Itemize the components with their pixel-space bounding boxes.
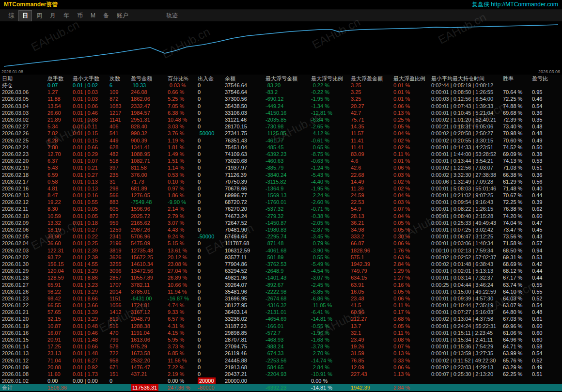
table-row[interactable]: 2026.01.0811.600.01 | 1.73151437.212.19 … — [0, 371, 562, 377]
cell-winrate: 70.60 % — [501, 137, 530, 144]
cell-value: 64.71 % — [503, 343, 522, 350]
table-row[interactable]: 2026.02.256.280.01 | 0.15449900.391.19 %… — [0, 137, 562, 144]
table-row[interactable]: 2026.01.2398.420.01 | 8.661151-6431.00-1… — [0, 295, 562, 302]
cell-count: 566 — [108, 192, 129, 199]
cell-value: 0.48 — [532, 123, 542, 130]
cell-maxprofitpct: 0.16 % — [391, 281, 429, 288]
cell-minmax: 0.01 | 0.48 — [71, 323, 108, 329]
table-row[interactable]: 2026.02.267.820.01 | 0.15541990.323.76 %… — [0, 130, 562, 137]
cell-value: 16.07 — [47, 329, 61, 336]
menu-item-5[interactable]: 币 — [74, 11, 86, 21]
cell-value: 0:00:02 | 3:32:30 | 27:38:38 — [431, 172, 496, 178]
table-row[interactable]: 2026.02.03122.310.01 | 2.39381912735.481… — [0, 247, 562, 254]
cell-holdtime — [429, 384, 501, 391]
cell-value: -674.33 — [265, 350, 283, 357]
cell-value: 0.01 | 0.22 — [73, 233, 98, 240]
table-row[interactable]: 2026.02.1010.590.01 | 0.058722025.722.79… — [0, 213, 562, 220]
cell-value: 1.14 % — [168, 164, 184, 171]
table-row[interactable]: 2026.02.170.580.01 | 0.133171.730.10 %07… — [0, 178, 562, 185]
table-row[interactable]: 2026.01.28128.590.01 | 8.86285710557.892… — [0, 274, 562, 281]
cell-minmax: 0.01 | 0.03 — [71, 95, 108, 102]
cell-plratio — [530, 384, 562, 391]
table-row[interactable]: 2026.02.1219.220.01 | 0.55883-7549.48-9.… — [0, 199, 562, 205]
cell-count: 109 — [108, 89, 129, 95]
table-row[interactable]: 2026.02.186.590.01 | 0.27235376.000.53 %… — [0, 171, 562, 178]
cell-pnl: 2987.26 — [129, 226, 166, 233]
table-row[interactable]: 2026.02.206.370.01 | 0.075181082.711.51 … — [0, 157, 562, 164]
menu-item-1[interactable]: 日 — [18, 10, 32, 21]
table-row[interactable]: 2026.02.164.810.01 | 0.13298681.890.97 %… — [0, 185, 562, 192]
table-row[interactable]: 2026.02.247.800.01 | 0.666281341.411.81 … — [0, 144, 562, 151]
cell-plratio: 0.53 — [530, 254, 562, 261]
menu-item-4[interactable]: 年 — [60, 11, 73, 21]
cell-count: 958 — [108, 357, 129, 364]
table-row[interactable]: 2026.02.138.470.01 | 0.165661276.051.86 … — [0, 192, 562, 199]
table-row[interactable]: 2026.01.2157.650.01 | 3.3914123167.129.3… — [0, 309, 562, 315]
cell-minmax: 0.01 | 1.48 — [71, 350, 108, 357]
cell-value: 0:00:01 | 0:24:24 | 55:22:31 — [431, 323, 496, 329]
menu-item-8[interactable]: 账户 — [113, 11, 132, 21]
cell-value: 0.01 | 0.13 — [73, 185, 98, 192]
cell-value: 77904.86 — [225, 261, 247, 267]
cell-value: 16.05 — [351, 288, 364, 295]
cell-value: 0.01 % — [393, 157, 410, 164]
table-row[interactable]: 2026.02.0293.720.01 | 2.39362615672.2520… — [0, 254, 562, 261]
cell-value: 6 — [109, 82, 112, 89]
position-row[interactable]: 持仓0.070.01 | 0.026-10.33-0.03 %037546.64… — [0, 82, 562, 89]
table-row[interactable]: 2026.03.061.270.01 | 0.03109246.080.66 %… — [0, 89, 562, 95]
menu-item-3[interactable]: 月 — [47, 11, 59, 21]
cell-value: 1.49 % — [168, 151, 184, 157]
cell-pct: 5.25 % — [166, 95, 196, 102]
cell-date: 2026.02.26 — [0, 130, 46, 137]
table-row[interactable]: 2026.01.0920.080.01 | 0.926711476.477.22… — [0, 364, 562, 371]
table-row[interactable]: 2026.01.2698.220.01 | 3.2920143785.0111.… — [0, 288, 562, 295]
cell-holdtime: 0:00:03 | 0:12:56 | 6:54:00 — [429, 95, 501, 102]
table-row[interactable]: 2026.01.1520.910.01 | 1.487991613.065.95… — [0, 336, 562, 343]
table-row[interactable]: 2026.01.1417.250.01 | 0.66578975.293.73 … — [0, 343, 562, 350]
table-row[interactable]: 2026.01.29120.040.01 | 3.29309613472.562… — [0, 267, 562, 274]
menu-item-2[interactable]: 周 — [33, 11, 46, 21]
table-row[interactable]: 2026.03.0326.600.01 | 0.4612171984.576.3… — [0, 110, 562, 116]
table-row[interactable]: 2026.02.118.300.01 | 0.056051596.962.14 … — [0, 205, 562, 212]
cell-maxprofit: 11.57 — [349, 130, 391, 137]
cell-cashflow: 0 — [196, 164, 223, 171]
cell-value: 811.58 — [131, 164, 147, 171]
table-row[interactable]: 2026.02.195.430.01 | 0.21397811.581.14 %… — [0, 164, 562, 171]
cell-pct: 5.15 % — [166, 240, 196, 247]
table-row[interactable]: 2026.01.1910.870.01 | 0.485161288.384.31… — [0, 323, 562, 329]
cell-value: 1476.47 — [131, 364, 150, 371]
cell-value: 0:00:07 | 0:25:30 | 2:13:20 — [431, 371, 493, 377]
menu-item-7[interactable]: 备 — [100, 11, 112, 21]
table-row[interactable]: 2026.01.020.000.00 | 0.0000.00 %20000200… — [0, 377, 562, 384]
cell-maxlosspct: -12.81 % — [309, 110, 349, 116]
cell-maxlosspct: -0.65 % — [309, 144, 349, 151]
table-row[interactable]: 2026.03.0413.540.01 | 0.0610832332.477.0… — [0, 103, 562, 110]
cell-balance: 74109.63 — [223, 151, 264, 157]
menu-item-9[interactable]: 轨迹 — [163, 11, 181, 21]
table-row[interactable]: 2026.02.2312.700.01 | 0.294821088.951.49… — [0, 151, 562, 157]
table-row[interactable]: 2026.01.2032.150.01 | 3.298192048.796.57… — [0, 315, 562, 322]
cell-value: 11.57 — [351, 130, 364, 137]
table-row[interactable]: 2026.02.275.340.01 | 0.11406828.403.03 %… — [0, 123, 562, 130]
table-row[interactable]: 2026.03.0511.880.01 | 0.038721862.065.25… — [0, 95, 562, 102]
table-row[interactable]: 2026.01.1271.040.01 | 6.279582532.2011.5… — [0, 357, 562, 364]
cell-value: 1276.05 — [131, 192, 150, 199]
menu-item-0[interactable]: 综 — [5, 11, 17, 21]
table-row[interactable]: 2026.02.0618.190.01 | 0.2712592987.264.4… — [0, 226, 562, 233]
menu-item-6[interactable]: M — [87, 11, 99, 20]
cell-maxprofitpct: 0.03 % — [391, 199, 429, 205]
table-row[interactable]: 2026.01.2765.910.01 | 3.2317073782.1110.… — [0, 281, 562, 288]
table-row[interactable]: 2026.02.0913.320.01 | 0.189592165.623.07… — [0, 220, 562, 226]
table-row[interactable]: 2026.02.0533.900.01 | 0.2223415706.969.2… — [0, 233, 562, 240]
cell-date: 2026.03.03 — [0, 110, 46, 116]
total-row[interactable]: 合计1506.36117536.31247.36 %-80000-6392.23… — [0, 384, 562, 391]
table-row[interactable]: 2026.01.2266.550.01 | 3.6610561724.814.7… — [0, 302, 562, 309]
table-row[interactable]: 2026.01.1323.130.01 | 1.487221673.586.85… — [0, 350, 562, 357]
table-row[interactable]: 2026.03.0221.890.01 | 0.6811412951.3110.… — [0, 116, 562, 123]
cell-balance: 27094.75 — [223, 343, 264, 350]
table-row[interactable]: 2026.02.0436.600.01 | 0.2521965475.095.1… — [0, 240, 562, 247]
table-row[interactable]: 2026.01.1616.070.01 | 0.464701191.044.15… — [0, 329, 562, 336]
table-row[interactable]: 2026.01.30156.150.01 | 4.55325514610.342… — [0, 261, 562, 267]
site-link[interactable]: 复盘侠 http://MTCommander.com — [472, 0, 558, 9]
cell-maxloss: -584.65 — [264, 364, 309, 371]
